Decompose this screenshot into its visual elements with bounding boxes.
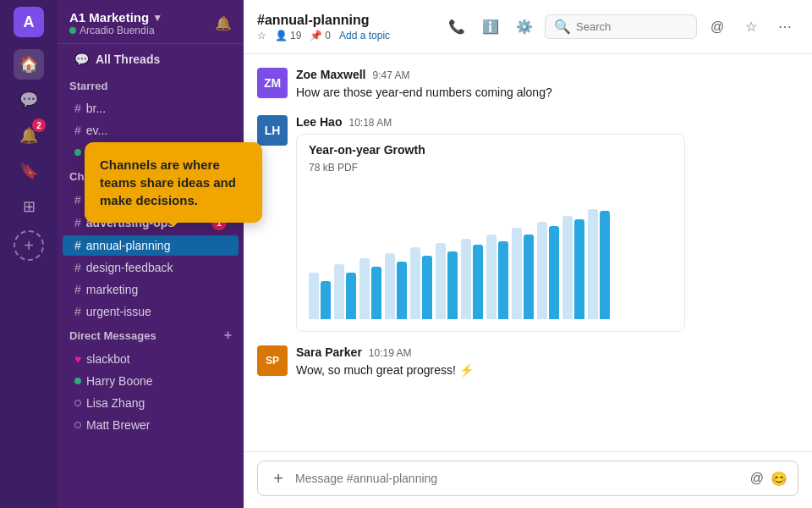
bar-dark (397, 262, 407, 319)
icon-bar: A 🏠 💬 🔔 2 🔖 ⊞ + (0, 0, 58, 508)
add-topic-button[interactable]: Add a topic (339, 30, 390, 41)
starred-item-ev[interactable]: # ev... (63, 120, 239, 141)
bar-group (512, 228, 534, 319)
slackbot-icon: ♥ (74, 352, 81, 366)
notification-badge: 2 (32, 119, 46, 132)
channel-name: #annual-planning (257, 13, 435, 28)
settings-button[interactable]: ⚙️ (511, 14, 538, 41)
starred-item-br[interactable]: # br... (63, 98, 239, 119)
attachment-meta: 78 kB PDF (297, 162, 684, 179)
hash-icon: # (74, 216, 81, 229)
bar-light (309, 273, 319, 319)
at-button[interactable]: @ (704, 14, 731, 41)
star-icon[interactable]: ☆ (257, 30, 266, 41)
mentions-icon[interactable]: 🔔 2 (14, 120, 44, 151)
info-button[interactable]: ℹ️ (477, 14, 504, 41)
dm-lisa-zhang[interactable]: Lisa Zhang (63, 393, 239, 413)
apps-icon[interactable]: ⊞ (14, 191, 44, 222)
members-count: 👤 19 (275, 30, 301, 41)
channel-annual-planning[interactable]: # annual-planning (63, 235, 239, 256)
attachment-card[interactable]: Year-on-year Growth 78 kB PDF (296, 134, 685, 332)
bar-dark (346, 273, 356, 319)
call-button[interactable]: 📞 (443, 14, 470, 41)
sender-name: Zoe Maxwell (296, 68, 365, 81)
at-mention-button[interactable]: @ (750, 471, 764, 486)
sender-name: Lee Hao (296, 115, 342, 129)
bar-group (537, 222, 559, 319)
workspace-icon[interactable]: A (14, 7, 44, 37)
add-workspace-button[interactable]: + (14, 230, 44, 261)
bar-group (410, 247, 432, 319)
bar-group (588, 209, 610, 319)
bar-light (461, 239, 471, 319)
avatar: ZM (257, 68, 288, 98)
main-content: #annual-planning ☆ 👤 19 📌 0 Add a topic … (244, 0, 812, 508)
message-row: LH Lee Hao 10:18 AM Year-on-year Growth … (257, 115, 798, 332)
channel-urgent-issue[interactable]: # urgent-issue (63, 301, 239, 322)
channel-header: #annual-planning ☆ 👤 19 📌 0 Add a topic … (244, 0, 812, 54)
avatar: SP (257, 345, 288, 376)
message-header: Sara Parker 10:19 AM (296, 345, 798, 359)
threads-icon: 💬 (74, 52, 89, 66)
bar-group (461, 239, 483, 319)
bar-light (588, 209, 598, 319)
search-icon: 🔍 (554, 19, 571, 35)
more-button[interactable]: ⋯ (771, 14, 798, 41)
message-row: SP Sara Parker 10:19 AM Wow, so much gre… (257, 345, 798, 379)
home-icon[interactable]: 🏠 (14, 49, 44, 80)
bar-dark (498, 241, 508, 319)
message-row: ZM Zoe Maxwell 9:47 AM How are those yea… (257, 68, 798, 102)
bar-light (486, 235, 497, 319)
all-threads-item[interactable]: 💬 All Threads (63, 46, 239, 73)
bar-group (436, 243, 458, 319)
chart-area (297, 179, 684, 331)
bar-group (385, 253, 407, 319)
add-dm-button[interactable]: + (224, 328, 232, 343)
bar-dark (371, 267, 381, 319)
bar-light (562, 216, 573, 319)
message-input-inner: + @ 😊 (257, 461, 798, 496)
online-dot (74, 378, 81, 384)
sidebar: A1 Marketing ▼ Arcadio Buendía 🔔 💬 All T… (58, 0, 244, 508)
message-header: Lee Hao 10:18 AM (296, 115, 798, 129)
attachment-title: Year-on-year Growth (297, 135, 684, 162)
messages-icon[interactable]: 💬 (14, 85, 44, 115)
user-status: Arcadio Buendía (69, 25, 162, 36)
tooltip-bubble: Channels are where teams share ideas and… (85, 142, 262, 223)
bar-dark (524, 235, 534, 319)
bar-light (537, 222, 547, 319)
bar-light (436, 243, 446, 319)
bar-group (486, 235, 508, 319)
bar-dark (574, 219, 584, 319)
message-body: Sara Parker 10:19 AM Wow, so much great … (296, 345, 798, 379)
dm-slackbot[interactable]: ♥ slackbot (63, 349, 239, 369)
messages-area: ZM Zoe Maxwell 9:47 AM How are those yea… (244, 54, 812, 451)
bar-light (385, 253, 395, 319)
bar-group (562, 216, 584, 319)
bar-light (334, 264, 344, 319)
search-input[interactable] (576, 20, 688, 33)
bar-light (359, 258, 370, 319)
channel-marketing[interactable]: # marketing (63, 279, 239, 300)
dm-harry-boone[interactable]: Harry Boone (63, 371, 239, 391)
avatar: LH (257, 115, 288, 146)
timestamp: 10:18 AM (348, 117, 392, 129)
bar-dark (549, 226, 559, 319)
starred-section-header[interactable]: Starred (58, 75, 244, 97)
bookmarks-icon[interactable]: 🔖 (14, 156, 44, 186)
workspace-name[interactable]: A1 Marketing ▼ (69, 10, 162, 25)
search-box[interactable]: 🔍 (545, 14, 697, 39)
message-input[interactable] (295, 472, 743, 485)
emoji-button[interactable]: 😊 (771, 471, 787, 487)
message-header: Zoe Maxwell 9:47 AM (296, 68, 798, 81)
bar-group (359, 258, 381, 319)
dm-matt-brewer[interactable]: Matt Brewer (63, 415, 239, 435)
dm-section-header[interactable]: Direct Messages + (58, 323, 244, 348)
message-body: Zoe Maxwell 9:47 AM How are those year-e… (296, 68, 798, 102)
notifications-bell[interactable]: 🔔 (215, 15, 232, 31)
bookmark-button[interactable]: ☆ (738, 14, 765, 41)
channel-design-feedback[interactable]: # design-feedback (63, 257, 239, 278)
attach-button[interactable]: + (268, 468, 288, 489)
bar-group (334, 264, 356, 319)
timestamp: 10:19 AM (369, 347, 412, 359)
